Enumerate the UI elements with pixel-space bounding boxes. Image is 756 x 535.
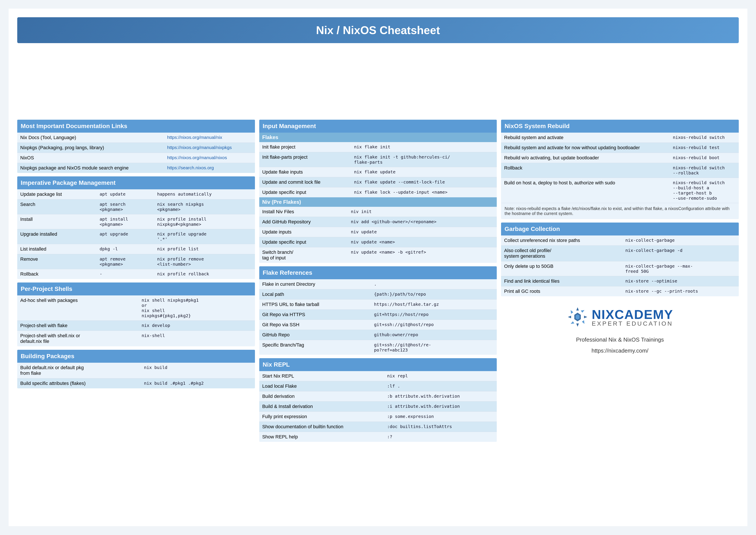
table-cell: github:owner/repo — [371, 330, 497, 340]
table-cell: GitHub Repo — [259, 330, 371, 340]
table-cell: Build specific attributes (flakes) — [17, 379, 141, 389]
table-cell: https://host/flake.tar.gz — [371, 299, 497, 310]
table-cell: Git Repo via SSH — [259, 320, 371, 330]
table-cell: Build derivation — [259, 391, 384, 402]
table-cell: Switch branch/ tag of input — [259, 247, 348, 263]
table-cell: Git Repo via HTTPS — [259, 310, 371, 320]
svg-marker-4 — [571, 310, 573, 314]
nix-repl-table: Start Nix REPLnix replLoad local Flake:l… — [259, 371, 497, 442]
table-cell: Local path — [259, 289, 371, 299]
table-cell: Print all GC roots — [501, 286, 622, 296]
imperative-header: Imperative Package Management — [17, 176, 255, 189]
docs-table: Nix Docs (Tool, Language)https://nixos.o… — [17, 133, 255, 173]
svg-marker-7 — [571, 321, 574, 324]
column-mid: Input Management Flakes Init flake proje… — [259, 120, 497, 445]
table-cell: Build default.nix or default pkg from fl… — [17, 363, 141, 379]
flakes-subheader: Flakes — [259, 133, 497, 142]
flakes-table: Init flake projectnix flake initInit fla… — [259, 142, 497, 197]
table-cell: nix profile list — [154, 244, 255, 254]
table-cell: apt update — [96, 189, 154, 199]
logo-area: NIXCADEMY EXPERT EDUCATION Professional … — [501, 300, 739, 356]
promo-line2: https://nixcademy.com/ — [592, 348, 648, 354]
table-cell: NixOS — [17, 153, 164, 163]
table-cell: apt install <pkgname> — [96, 214, 154, 229]
table-cell: List installed — [17, 244, 96, 254]
imperative-section: Imperative Package Management Update pac… — [17, 176, 255, 279]
per-project-table: Ad-hoc shell with packagesnix shell nixp… — [17, 296, 255, 346]
table-cell: niv update <name> — [348, 237, 497, 247]
table-cell: Rollback — [501, 163, 670, 178]
niv-subheader: Niv (Pre Flakes) — [259, 197, 497, 207]
table-cell: Init flake project — [259, 142, 351, 152]
table-cell: nix search nixpkgs <pkgname> — [154, 199, 255, 214]
table-cell: apt upgrade — [96, 229, 154, 244]
table-cell: . — [371, 279, 497, 289]
table-cell: https://nixos.org/manual/nixos — [164, 153, 255, 163]
table-cell: Rollback — [17, 269, 96, 279]
garbage-header: Garbage Collection — [501, 223, 739, 236]
table-cell: nixos-rebuild test — [670, 143, 739, 153]
table-cell: Rebuild system and activate — [501, 133, 670, 143]
per-project-header: Per-Project Shells — [17, 282, 255, 296]
flake-refs-header: Flake References — [259, 266, 497, 279]
svg-marker-9 — [576, 314, 580, 320]
table-cell: Start Nix REPL — [259, 371, 384, 381]
nixos-rebuild-section: NixOS System Rebuild Rebuild system and … — [501, 120, 739, 219]
table-cell: niv init — [348, 207, 497, 217]
table-cell: nixos-rebuild boot — [670, 153, 739, 163]
table-cell: nix shell nixpkgs#pkg1 or nix shell nixp… — [139, 296, 255, 321]
nix-repl-section: Nix REPL Start Nix REPLnix replLoad loca… — [259, 358, 497, 442]
table-cell: Build & Install derivation — [259, 402, 384, 412]
table-cell: nix build .#pkg1 .#pkg2 — [141, 379, 255, 389]
table-cell: happens automatically — [154, 189, 255, 199]
svg-marker-1 — [576, 324, 579, 327]
table-cell: nix profile rollback — [154, 269, 255, 279]
table-cell: Project-shell with flake — [17, 321, 139, 331]
flake-refs-section: Flake References Flake in current Direct… — [259, 266, 497, 355]
garbage-table: Collect unreferenced nix store pathsnix-… — [501, 236, 739, 296]
table-cell: dpkg -l — [96, 244, 154, 254]
table-cell: nix build — [141, 363, 255, 379]
input-mgmt-header: Input Management — [259, 120, 497, 133]
nixos-rebuild-note: Note: nixos-rebuild expects a flake /etc… — [501, 203, 739, 219]
table-cell: nix profile install nixpkgs#<pkgname> — [154, 214, 255, 229]
table-cell: nix profile upgrade '.*' — [154, 229, 255, 244]
table-cell: Find and link identical files — [501, 276, 622, 286]
table-cell: Search — [17, 199, 96, 214]
docs-header: Most Important Documentation Links — [17, 120, 255, 133]
table-cell: git+https://host/repo — [371, 310, 497, 320]
table-cell: Update flake inputs — [259, 167, 351, 177]
logo-container: NIXCADEMY EXPERT EDUCATION — [567, 306, 673, 328]
garbage-section: Garbage Collection Collect unreferenced … — [501, 223, 739, 296]
table-cell: :lf . — [384, 381, 497, 391]
table-cell: :p some.expression — [384, 412, 497, 422]
table-cell: Build on host a, deploy to host b, autho… — [501, 178, 670, 203]
table-cell: nix-collect-garbage --max- freed 50G — [622, 261, 739, 276]
table-cell: nix-store --gc --print-roots — [622, 286, 739, 296]
table-cell: nix repl — [384, 371, 497, 381]
nix-repl-header: Nix REPL — [259, 358, 497, 371]
per-project-section: Per-Project Shells Ad-hoc shell with pac… — [17, 282, 255, 346]
nixcademy-tagline: EXPERT EDUCATION — [592, 320, 673, 327]
table-cell: https://nixos.org/manual/nix — [164, 133, 255, 143]
table-cell: niv update — [348, 227, 497, 237]
table-cell: nix-shell — [139, 331, 255, 347]
table-cell: https://search.nixos.org — [164, 163, 255, 173]
table-cell: nixos-rebuild switch --rollback — [670, 163, 739, 178]
table-cell: Flake in current Directory — [259, 279, 371, 289]
column-left: Most Important Documentation Links Nix D… — [17, 120, 255, 392]
docs-section: Most Important Documentation Links Nix D… — [17, 120, 255, 173]
table-cell: nix profile remove <list-number> — [154, 254, 255, 269]
table-cell: Add GitHub Repository — [259, 217, 348, 227]
svg-marker-0 — [576, 307, 579, 311]
table-cell: Rebuild system and activate for now with… — [501, 143, 670, 153]
table-cell: nix-collect-garbage — [622, 236, 739, 246]
input-mgmt-section: Input Management Flakes Init flake proje… — [259, 120, 497, 263]
building-table: Build default.nix or default pkg from fl… — [17, 363, 255, 388]
table-cell: Update package list — [17, 189, 96, 199]
table-cell: nix flake lock --update-input <name> — [351, 187, 497, 198]
table-cell: {path:}/path/to/repo — [371, 289, 497, 299]
column-right: NixOS System Rebuild Rebuild system and … — [501, 120, 739, 356]
niv-table: Install Niv Filesniv initAdd GitHub Repo… — [259, 207, 497, 263]
table-cell: - — [96, 269, 154, 279]
